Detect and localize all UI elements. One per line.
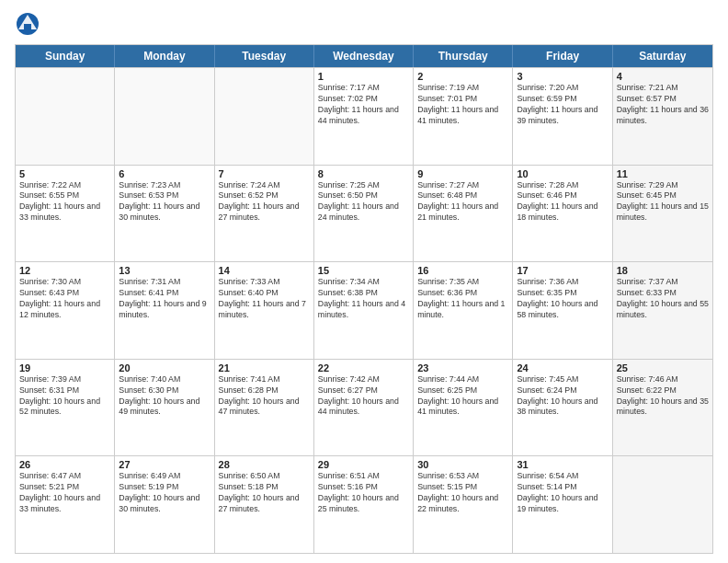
day-number: 22 — [318, 362, 409, 373]
day-info: Sunrise: 7:17 AMSunset: 7:02 PMDaylight:… — [318, 83, 409, 127]
calendar-header: SundayMondayTuesdayWednesdayThursdayFrid… — [16, 45, 712, 67]
day-number: 8 — [318, 168, 409, 179]
day-number: 18 — [617, 265, 709, 276]
day-cell-27: 27Sunrise: 6:49 AMSunset: 5:19 PMDayligh… — [115, 456, 214, 553]
day-info: Sunrise: 7:19 AMSunset: 7:01 PMDaylight:… — [417, 83, 508, 127]
day-info: Sunrise: 6:50 AMSunset: 5:18 PMDaylight:… — [219, 471, 310, 515]
calendar-row-4: 19Sunrise: 7:39 AMSunset: 6:31 PMDayligh… — [16, 359, 712, 456]
day-info: Sunrise: 7:40 AMSunset: 6:30 PMDaylight:… — [119, 374, 210, 419]
empty-cell — [613, 456, 712, 553]
day-number: 20 — [119, 362, 210, 373]
day-info: Sunrise: 7:33 AMSunset: 6:40 PMDaylight:… — [219, 277, 310, 321]
logo — [15, 11, 44, 37]
svg-rect-2 — [24, 24, 31, 29]
day-info: Sunrise: 7:24 AMSunset: 6:52 PMDaylight:… — [219, 180, 310, 224]
day-number: 25 — [617, 362, 709, 373]
day-info: Sunrise: 7:36 AMSunset: 6:35 PMDaylight:… — [517, 277, 608, 321]
day-number: 6 — [119, 168, 210, 179]
day-number: 31 — [517, 459, 608, 470]
day-info: Sunrise: 6:51 AMSunset: 5:16 PMDaylight:… — [318, 471, 409, 515]
day-cell-14: 14Sunrise: 7:33 AMSunset: 6:40 PMDayligh… — [215, 262, 314, 359]
day-number: 14 — [219, 265, 310, 276]
empty-cell — [115, 68, 214, 165]
day-cell-31: 31Sunrise: 6:54 AMSunset: 5:14 PMDayligh… — [513, 456, 612, 553]
day-info: Sunrise: 6:47 AMSunset: 5:21 PMDaylight:… — [19, 471, 110, 515]
day-number: 15 — [318, 265, 409, 276]
day-info: Sunrise: 6:53 AMSunset: 5:15 PMDaylight:… — [417, 471, 508, 515]
day-info: Sunrise: 7:45 AMSunset: 6:24 PMDaylight:… — [517, 374, 608, 419]
header-day-wednesday: Wednesday — [314, 45, 414, 67]
day-cell-11: 11Sunrise: 7:29 AMSunset: 6:45 PMDayligh… — [613, 166, 712, 262]
day-info: Sunrise: 7:22 AMSunset: 6:55 PMDaylight:… — [19, 180, 110, 224]
day-info: Sunrise: 7:29 AMSunset: 6:45 PMDaylight:… — [617, 180, 709, 224]
day-cell-4: 4Sunrise: 7:21 AMSunset: 6:57 PMDaylight… — [613, 68, 712, 165]
day-info: Sunrise: 7:34 AMSunset: 6:38 PMDaylight:… — [318, 277, 409, 321]
day-info: Sunrise: 7:31 AMSunset: 6:41 PMDaylight:… — [119, 277, 210, 321]
day-cell-20: 20Sunrise: 7:40 AMSunset: 6:30 PMDayligh… — [115, 360, 214, 456]
header-day-sunday: Sunday — [16, 45, 115, 67]
day-info: Sunrise: 7:27 AMSunset: 6:48 PMDaylight:… — [417, 180, 508, 224]
day-info: Sunrise: 7:25 AMSunset: 6:50 PMDaylight:… — [318, 180, 409, 224]
day-cell-17: 17Sunrise: 7:36 AMSunset: 6:35 PMDayligh… — [513, 262, 612, 359]
calendar-row-3: 12Sunrise: 7:30 AMSunset: 6:43 PMDayligh… — [16, 261, 712, 359]
day-info: Sunrise: 7:35 AMSunset: 6:36 PMDaylight:… — [417, 277, 508, 321]
day-cell-5: 5Sunrise: 7:22 AMSunset: 6:55 PMDaylight… — [16, 166, 115, 262]
header — [15, 11, 713, 37]
calendar-body: 1Sunrise: 7:17 AMSunset: 7:02 PMDaylight… — [16, 67, 712, 553]
day-info: Sunrise: 7:28 AMSunset: 6:46 PMDaylight:… — [517, 180, 608, 224]
day-number: 24 — [517, 362, 608, 373]
day-cell-15: 15Sunrise: 7:34 AMSunset: 6:38 PMDayligh… — [314, 262, 414, 359]
day-cell-6: 6Sunrise: 7:23 AMSunset: 6:53 PMDaylight… — [115, 166, 214, 262]
calendar: SundayMondayTuesdayWednesdayThursdayFrid… — [15, 44, 713, 554]
day-number: 4 — [617, 71, 709, 82]
day-number: 5 — [19, 168, 110, 179]
day-number: 29 — [318, 459, 409, 470]
day-number: 2 — [417, 71, 508, 82]
day-info: Sunrise: 7:23 AMSunset: 6:53 PMDaylight:… — [119, 180, 210, 224]
day-cell-25: 25Sunrise: 7:46 AMSunset: 6:22 PMDayligh… — [613, 360, 712, 456]
day-number: 19 — [19, 362, 110, 373]
empty-cell — [16, 68, 115, 165]
calendar-row-1: 1Sunrise: 7:17 AMSunset: 7:02 PMDaylight… — [16, 67, 712, 165]
day-info: Sunrise: 7:44 AMSunset: 6:25 PMDaylight:… — [417, 374, 508, 419]
day-cell-24: 24Sunrise: 7:45 AMSunset: 6:24 PMDayligh… — [513, 360, 612, 456]
day-cell-19: 19Sunrise: 7:39 AMSunset: 6:31 PMDayligh… — [16, 360, 115, 456]
day-cell-29: 29Sunrise: 6:51 AMSunset: 5:16 PMDayligh… — [314, 456, 414, 553]
day-number: 9 — [417, 168, 508, 179]
day-number: 3 — [517, 71, 608, 82]
header-day-tuesday: Tuesday — [215, 45, 314, 67]
day-number: 1 — [318, 71, 409, 82]
day-cell-18: 18Sunrise: 7:37 AMSunset: 6:33 PMDayligh… — [613, 262, 712, 359]
day-info: Sunrise: 7:37 AMSunset: 6:33 PMDaylight:… — [617, 277, 709, 321]
header-day-thursday: Thursday — [414, 45, 513, 67]
day-info: Sunrise: 7:41 AMSunset: 6:28 PMDaylight:… — [219, 374, 310, 419]
day-number: 30 — [417, 459, 508, 470]
calendar-row-5: 26Sunrise: 6:47 AMSunset: 5:21 PMDayligh… — [16, 455, 712, 553]
day-cell-30: 30Sunrise: 6:53 AMSunset: 5:15 PMDayligh… — [414, 456, 513, 553]
header-day-monday: Monday — [115, 45, 214, 67]
day-cell-7: 7Sunrise: 7:24 AMSunset: 6:52 PMDaylight… — [215, 166, 314, 262]
day-cell-13: 13Sunrise: 7:31 AMSunset: 6:41 PMDayligh… — [115, 262, 214, 359]
page: SundayMondayTuesdayWednesdayThursdayFrid… — [0, 0, 728, 563]
day-number: 26 — [19, 459, 110, 470]
day-info: Sunrise: 6:54 AMSunset: 5:14 PMDaylight:… — [517, 471, 608, 515]
day-cell-3: 3Sunrise: 7:20 AMSunset: 6:59 PMDaylight… — [513, 68, 612, 165]
day-number: 21 — [219, 362, 310, 373]
day-cell-2: 2Sunrise: 7:19 AMSunset: 7:01 PMDaylight… — [414, 68, 513, 165]
day-cell-21: 21Sunrise: 7:41 AMSunset: 6:28 PMDayligh… — [215, 360, 314, 456]
header-day-friday: Friday — [513, 45, 612, 67]
day-cell-22: 22Sunrise: 7:42 AMSunset: 6:27 PMDayligh… — [314, 360, 414, 456]
day-cell-8: 8Sunrise: 7:25 AMSunset: 6:50 PMDaylight… — [314, 166, 414, 262]
day-cell-10: 10Sunrise: 7:28 AMSunset: 6:46 PMDayligh… — [513, 166, 612, 262]
day-info: Sunrise: 7:20 AMSunset: 6:59 PMDaylight:… — [517, 83, 608, 127]
header-day-saturday: Saturday — [613, 45, 712, 67]
day-number: 7 — [219, 168, 310, 179]
day-number: 23 — [417, 362, 508, 373]
day-cell-16: 16Sunrise: 7:35 AMSunset: 6:36 PMDayligh… — [414, 262, 513, 359]
day-info: Sunrise: 7:39 AMSunset: 6:31 PMDaylight:… — [19, 374, 110, 419]
day-number: 16 — [417, 265, 508, 276]
day-info: Sunrise: 7:42 AMSunset: 6:27 PMDaylight:… — [318, 374, 409, 419]
day-number: 10 — [517, 168, 608, 179]
day-info: Sunrise: 7:30 AMSunset: 6:43 PMDaylight:… — [19, 277, 110, 321]
day-info: Sunrise: 7:21 AMSunset: 6:57 PMDaylight:… — [617, 83, 709, 127]
